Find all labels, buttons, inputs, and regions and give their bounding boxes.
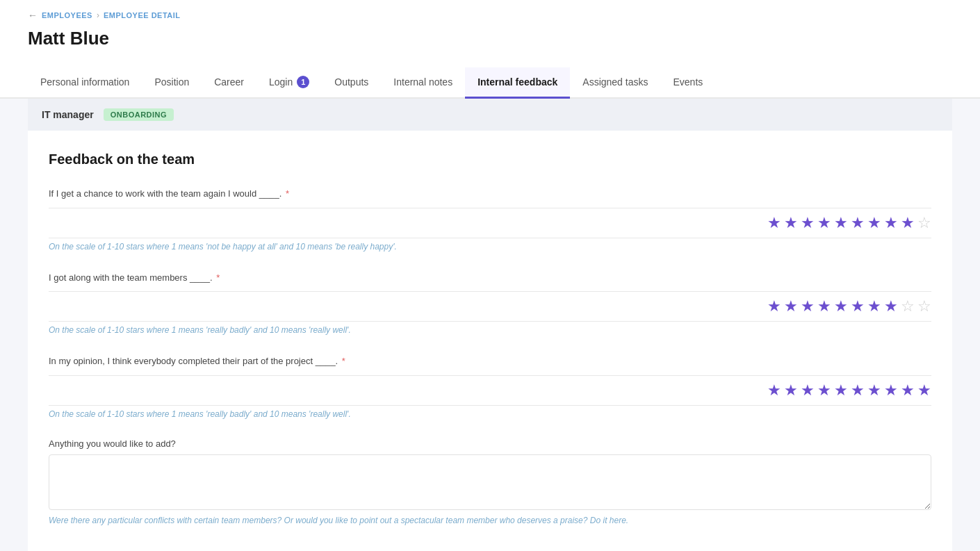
tab-position[interactable]: Position <box>142 67 202 99</box>
tab-career[interactable]: Career <box>202 67 256 99</box>
scale-hint-q1: On the scale of 1-10 stars where 1 means… <box>49 242 931 252</box>
tab-login[interactable]: Login1 <box>256 67 322 99</box>
tab-events[interactable]: Events <box>660 67 715 99</box>
question-label-q1: If I get a chance to work with the team … <box>49 187 931 201</box>
tab-assigned-tasks[interactable]: Assigned tasks <box>570 67 660 99</box>
back-arrow-icon[interactable]: ← <box>28 10 38 21</box>
star-1-q3[interactable]: ★ <box>767 381 781 400</box>
star-10-q3[interactable]: ★ <box>917 381 931 400</box>
feedback-section-title: Feedback on the team <box>49 151 931 167</box>
stars-q3: ★★★★★★★★★★ <box>767 381 931 400</box>
star-5-q3[interactable]: ★ <box>834 381 848 400</box>
question-label-q3: In my opinion, I think everybody complet… <box>49 354 931 368</box>
breadcrumb-detail[interactable]: EMPLOYEE DETAIL <box>104 11 181 19</box>
scale-hint-q3: On the scale of 1-10 stars where 1 means… <box>49 409 931 419</box>
star-10-q2[interactable]: ☆ <box>917 297 931 315</box>
star-4-q3[interactable]: ★ <box>817 381 831 400</box>
star-7-q2[interactable]: ★ <box>867 297 881 315</box>
required-marker-q1: * <box>283 188 289 199</box>
star-1-q2[interactable]: ★ <box>767 297 781 315</box>
page-title: Matt Blue <box>28 28 952 49</box>
star-9-q1[interactable]: ★ <box>901 214 915 232</box>
star-2-q3[interactable]: ★ <box>784 381 798 400</box>
star-8-q2[interactable]: ★ <box>884 297 898 315</box>
question-block-q2: I got along with the team members ____. … <box>49 271 931 336</box>
tab-personal[interactable]: Personal information <box>28 67 142 99</box>
stars-q1: ★★★★★★★★★☆ <box>767 214 931 232</box>
required-marker-q3: * <box>339 356 345 366</box>
role-bar: IT manager ONBOARDING <box>28 99 952 131</box>
star-2-q1[interactable]: ★ <box>784 214 798 232</box>
star-8-q3[interactable]: ★ <box>884 381 898 400</box>
open-question-textarea[interactable] <box>49 454 931 510</box>
onboarding-badge: ONBOARDING <box>104 108 174 121</box>
rating-row-q3: ★★★★★★★★★★ <box>49 375 931 406</box>
page-wrapper: ← EMPLOYEES › EMPLOYEE DETAIL Matt Blue … <box>0 0 980 551</box>
content-area: IT manager ONBOARDING Feedback on the te… <box>0 99 980 551</box>
tab-internal-feedback[interactable]: Internal feedback <box>465 67 570 99</box>
star-7-q1[interactable]: ★ <box>867 214 881 232</box>
breadcrumb-separator: › <box>97 10 99 20</box>
feedback-section: Feedback on the team If I get a chance t… <box>28 131 952 551</box>
rating-row-q1: ★★★★★★★★★☆ <box>49 208 931 238</box>
breadcrumb: ← EMPLOYEES › EMPLOYEE DETAIL <box>28 10 952 21</box>
scale-hint-q2: On the scale of 1-10 stars where 1 means… <box>49 325 931 335</box>
tab-outputs[interactable]: Outputs <box>322 67 381 99</box>
star-10-q1[interactable]: ☆ <box>917 214 931 232</box>
star-4-q1[interactable]: ★ <box>817 214 831 232</box>
star-4-q2[interactable]: ★ <box>817 297 831 315</box>
star-7-q3[interactable]: ★ <box>867 381 881 400</box>
open-question-label: Anything you would like to add? <box>49 438 931 449</box>
star-8-q1[interactable]: ★ <box>884 214 898 232</box>
questions-container: If I get a chance to work with the team … <box>49 187 931 419</box>
open-question-block: Anything you would like to add? Were the… <box>49 438 931 525</box>
question-block-q3: In my opinion, I think everybody complet… <box>49 354 931 419</box>
star-9-q3[interactable]: ★ <box>901 381 915 400</box>
rating-row-q2: ★★★★★★★★☆☆ <box>49 291 931 322</box>
star-6-q1[interactable]: ★ <box>851 214 865 232</box>
star-9-q2[interactable]: ☆ <box>901 297 915 315</box>
question-block-q1: If I get a chance to work with the team … <box>49 187 931 252</box>
star-6-q3[interactable]: ★ <box>851 381 865 400</box>
tab-internal-notes[interactable]: Internal notes <box>381 67 465 99</box>
role-label: IT manager <box>42 109 94 120</box>
question-label-q2: I got along with the team members ____. … <box>49 271 931 285</box>
breadcrumb-employees[interactable]: EMPLOYEES <box>42 11 92 19</box>
star-1-q1[interactable]: ★ <box>767 214 781 232</box>
tabs-container: Personal informationPositionCareerLogin1… <box>0 67 980 99</box>
stars-q2: ★★★★★★★★☆☆ <box>767 297 931 315</box>
open-question-hint: Were there any particular conflicts with… <box>49 516 931 525</box>
required-marker-q2: * <box>214 272 220 283</box>
star-3-q2[interactable]: ★ <box>801 297 815 315</box>
tab-badge-login: 1 <box>297 76 309 88</box>
top-bar: ← EMPLOYEES › EMPLOYEE DETAIL Matt Blue <box>0 0 980 67</box>
star-2-q2[interactable]: ★ <box>784 297 798 315</box>
star-5-q2[interactable]: ★ <box>834 297 848 315</box>
star-3-q1[interactable]: ★ <box>801 214 815 232</box>
star-5-q1[interactable]: ★ <box>834 214 848 232</box>
star-3-q3[interactable]: ★ <box>801 381 815 400</box>
star-6-q2[interactable]: ★ <box>851 297 865 315</box>
